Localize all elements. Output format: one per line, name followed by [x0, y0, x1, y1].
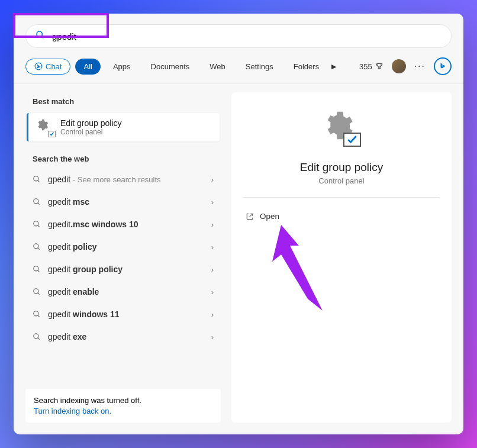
svg-point-11 — [34, 266, 38, 271]
best-match-result[interactable]: Edit group policy Control panel — [27, 113, 220, 141]
web-result-text: gpedit.msc windows 10 — [48, 220, 204, 229]
indexing-notice: Search indexing was turned off. Turn ind… — [25, 389, 221, 423]
svg-line-10 — [38, 248, 40, 250]
chat-label: Chat — [46, 62, 62, 71]
best-match-header: Best match — [25, 92, 221, 111]
svg-point-9 — [34, 244, 38, 249]
open-icon — [246, 212, 254, 221]
best-match-title: Edit group policy — [60, 118, 212, 128]
rewards-points[interactable]: 355 — [359, 62, 383, 71]
indexing-link[interactable]: Turn indexing back on. — [34, 407, 212, 415]
web-result-text: gpedit - See more search results — [48, 175, 204, 184]
chevron-right-icon: › — [211, 243, 214, 252]
web-result-text: gpedit exe — [48, 332, 204, 341]
chevron-right-icon: › — [211, 288, 214, 296]
divider — [243, 197, 440, 198]
svg-point-7 — [34, 221, 38, 226]
points-value: 355 — [359, 62, 372, 71]
open-label: Open — [260, 212, 279, 221]
search-icon — [33, 265, 41, 273]
filter-web[interactable]: Web — [202, 59, 233, 74]
search-icon — [33, 198, 41, 206]
content-area: Best match Edit group policy Control pan… — [14, 84, 463, 434]
header-right: 355 ··· — [359, 57, 452, 75]
web-header: Search the web — [25, 150, 221, 168]
search-bar[interactable] — [25, 24, 452, 48]
svg-line-4 — [38, 181, 40, 182]
web-result[interactable]: gpedit msc › — [25, 191, 221, 213]
best-match-subtitle: Control panel — [60, 128, 212, 136]
svg-line-8 — [38, 225, 40, 227]
svg-point-3 — [34, 176, 38, 181]
chevron-right-icon: › — [211, 333, 214, 341]
search-icon — [33, 288, 41, 296]
web-result-text: gpedit group policy — [48, 265, 204, 274]
detail-panel: Edit group policy Control panel Open — [231, 92, 452, 423]
svg-point-5 — [34, 199, 38, 204]
search-icon — [36, 30, 45, 42]
search-input[interactable] — [52, 31, 441, 41]
windows-search-panel: Chat All Apps Documents Web Settings Fol… — [14, 14, 463, 434]
svg-line-6 — [38, 203, 40, 205]
open-action[interactable]: Open — [243, 208, 440, 224]
detail-title: Edit group policy — [300, 161, 383, 174]
filter-apps[interactable]: Apps — [105, 59, 138, 74]
gear-check-icon — [36, 118, 53, 136]
web-result[interactable]: gpedit - See more search results › — [25, 168, 221, 191]
web-result-text: gpedit policy — [48, 242, 204, 252]
more-icon[interactable]: ··· — [414, 61, 426, 72]
search-icon — [33, 310, 41, 318]
web-result[interactable]: gpedit windows 11 › — [25, 303, 221, 325]
web-results-list: gpedit - See more search results › gpedi… — [25, 168, 221, 389]
chevron-right-icon: › — [211, 265, 214, 274]
detail-subtitle: Control panel — [318, 176, 364, 185]
svg-point-13 — [34, 289, 38, 294]
play-icon[interactable]: ▶ — [331, 63, 336, 70]
chevron-right-icon: › — [211, 175, 214, 184]
svg-line-18 — [38, 338, 40, 340]
svg-line-12 — [38, 270, 40, 272]
search-icon — [33, 175, 41, 183]
web-result[interactable]: gpedit.msc windows 10 › — [25, 213, 221, 236]
search-icon — [33, 333, 41, 341]
svg-point-0 — [37, 31, 42, 37]
svg-point-17 — [34, 334, 38, 339]
chevron-right-icon: › — [211, 220, 214, 229]
web-result[interactable]: gpedit enable › — [25, 281, 221, 303]
svg-line-1 — [41, 36, 43, 38]
search-icon — [33, 243, 41, 251]
search-bar-container — [14, 14, 463, 53]
filter-all[interactable]: All — [75, 59, 100, 75]
svg-point-15 — [34, 311, 38, 316]
chevron-right-icon: › — [211, 310, 214, 319]
chevron-right-icon: › — [211, 198, 214, 207]
web-result[interactable]: gpedit exe › — [25, 325, 221, 348]
filter-folders[interactable]: Folders — [286, 59, 327, 74]
results-column: Best match Edit group policy Control pan… — [25, 92, 221, 423]
trophy-icon — [375, 62, 383, 70]
svg-line-16 — [38, 315, 40, 317]
web-result[interactable]: gpedit group policy › — [25, 258, 221, 281]
bing-icon[interactable] — [434, 57, 452, 75]
web-result[interactable]: gpedit policy › — [25, 236, 221, 258]
web-result-text: gpedit msc — [48, 197, 204, 207]
filter-documents[interactable]: Documents — [143, 59, 198, 74]
user-avatar[interactable] — [392, 59, 406, 73]
indexing-message: Search indexing was turned off. — [34, 396, 212, 405]
web-result-text: gpedit enable — [48, 287, 204, 296]
svg-line-14 — [38, 293, 40, 295]
search-icon — [33, 220, 41, 228]
filter-bar: Chat All Apps Documents Web Settings Fol… — [14, 53, 463, 84]
filter-settings[interactable]: Settings — [238, 59, 281, 74]
web-result-text: gpedit windows 11 — [48, 310, 204, 319]
chat-chip[interactable]: Chat — [25, 59, 70, 75]
best-match-text: Edit group policy Control panel — [60, 118, 212, 136]
detail-icon — [321, 109, 362, 150]
